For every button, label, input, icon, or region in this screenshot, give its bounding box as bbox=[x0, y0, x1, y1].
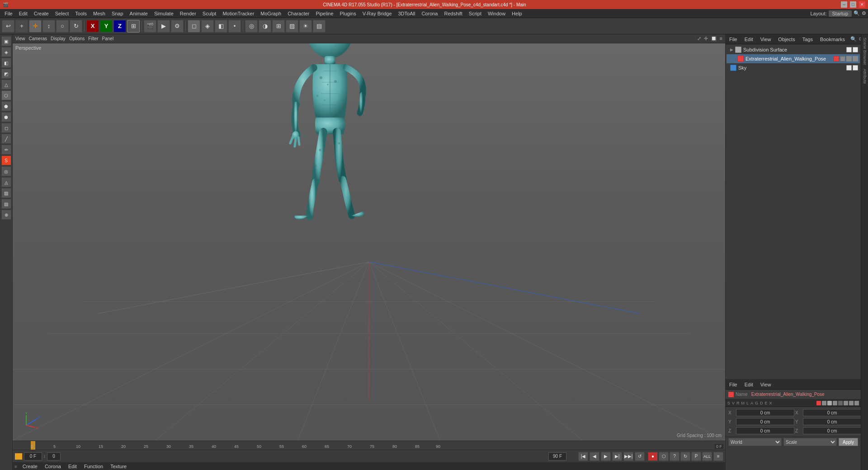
prev-frame-btn[interactable]: ◀ bbox=[590, 452, 599, 461]
obj-tag-1[interactable] bbox=[834, 56, 839, 61]
obj-tag-2[interactable] bbox=[840, 56, 845, 61]
record-btn[interactable]: ● bbox=[648, 452, 658, 461]
obj-sky-vis-1[interactable] bbox=[846, 65, 852, 70]
menu-render[interactable]: Render bbox=[177, 10, 199, 17]
timeline-menu-btn[interactable]: ≡ bbox=[713, 452, 723, 461]
obj-menu-bookmarks[interactable]: Bookmarks bbox=[818, 36, 847, 43]
left-btn-4[interactable]: ⬡ bbox=[1, 90, 11, 100]
menu-help[interactable]: Help bbox=[509, 10, 525, 17]
viewport-icon-1[interactable]: ⤢ bbox=[697, 36, 701, 42]
viewport-menu-options[interactable]: Options bbox=[69, 36, 85, 41]
display-mode-btn[interactable]: ◎ bbox=[245, 20, 258, 33]
viewport-menu-view[interactable]: View bbox=[15, 36, 25, 41]
left-btn-14[interactable]: ▤ bbox=[1, 199, 11, 209]
record-all-btn[interactable]: ALL bbox=[702, 452, 712, 461]
menu-snap[interactable]: Snap bbox=[109, 10, 126, 17]
viewport-menu-panel[interactable]: Panel bbox=[102, 36, 114, 41]
menu-mograph[interactable]: MoGraph bbox=[258, 10, 284, 17]
menu-simulate[interactable]: Simulate bbox=[151, 10, 176, 17]
side-tab-scene[interactable]: Scene Browser bbox=[862, 36, 868, 66]
all-axes-btn[interactable]: ⊞ bbox=[127, 20, 140, 33]
menu-create[interactable]: Create bbox=[31, 10, 52, 17]
go-end-btn[interactable]: ▶▶| bbox=[623, 452, 633, 461]
viewport-icon-3[interactable]: 🔲 bbox=[711, 36, 717, 42]
viewport-menu-filter[interactable]: Filter bbox=[88, 36, 98, 41]
viewport-icon-4[interactable]: ≡ bbox=[720, 36, 722, 42]
mat-menu-corona[interactable]: Corona bbox=[43, 463, 63, 470]
new-scene-button[interactable]: + bbox=[15, 20, 28, 33]
viewport-icon-2[interactable]: ✛ bbox=[704, 36, 708, 42]
obj-menu-file[interactable]: File bbox=[727, 36, 739, 43]
hud-btn[interactable]: ▤ bbox=[313, 20, 326, 33]
record-rot-btn[interactable]: ↻ bbox=[680, 452, 690, 461]
menu-script[interactable]: Script bbox=[466, 10, 484, 17]
left-btn-texture[interactable]: ◈ bbox=[1, 47, 11, 57]
point-mode-btn[interactable]: • bbox=[228, 20, 241, 33]
mat-menu-create[interactable]: Create bbox=[21, 463, 39, 470]
menu-corona[interactable]: Corona bbox=[419, 10, 440, 17]
minimize-button[interactable]: ─ bbox=[841, 1, 847, 8]
layout-search-icon[interactable]: 🔍 bbox=[854, 10, 860, 16]
obj-item-sky[interactable]: Sky bbox=[726, 63, 860, 72]
left-btn-7[interactable]: ◻ bbox=[1, 123, 11, 133]
render-settings-btn[interactable]: ⚙ bbox=[171, 20, 184, 33]
menu-pipeline[interactable]: Pipeline bbox=[313, 10, 336, 17]
select-tool-button[interactable]: ✛ bbox=[29, 20, 42, 33]
y-axis-btn[interactable]: Y bbox=[100, 20, 113, 33]
attr-menu-edit[interactable]: Edit bbox=[743, 381, 755, 388]
x-position-input[interactable] bbox=[736, 409, 794, 416]
object-mode-btn[interactable]: ◻ bbox=[188, 20, 200, 33]
obj-vis-btn-2[interactable] bbox=[853, 47, 858, 52]
obj-menu-edit[interactable]: Edit bbox=[743, 36, 755, 43]
left-btn-layer[interactable]: ◧ bbox=[1, 58, 11, 68]
menu-redshift[interactable]: Redshift bbox=[441, 10, 465, 17]
polygon-mode-btn[interactable]: ◈ bbox=[201, 20, 214, 33]
menu-file[interactable]: File bbox=[2, 10, 15, 17]
menu-select[interactable]: Select bbox=[52, 10, 72, 17]
y-rotation-input[interactable] bbox=[803, 418, 861, 425]
x-axis-btn[interactable]: X bbox=[86, 20, 99, 33]
grid-btn[interactable]: ⊞ bbox=[272, 20, 285, 33]
mat-menu-function[interactable]: Function bbox=[82, 463, 105, 470]
menu-vray[interactable]: V-Ray Bridge bbox=[360, 10, 395, 17]
lights-btn[interactable]: ☀ bbox=[299, 20, 312, 33]
left-btn-5[interactable]: ⬟ bbox=[1, 101, 11, 111]
apply-button[interactable]: Apply bbox=[839, 438, 858, 446]
obj-menu-tags[interactable]: Tags bbox=[801, 36, 815, 43]
left-btn-11[interactable]: ◎ bbox=[1, 166, 11, 176]
render-preview-btn[interactable]: 🎬 bbox=[144, 20, 156, 33]
z-axis-btn[interactable]: Z bbox=[113, 20, 126, 33]
close-button[interactable]: ✕ bbox=[859, 1, 865, 8]
record-user-btn[interactable]: P bbox=[691, 452, 701, 461]
obj-item-alien[interactable]: Extraterrestrial_Alien_Walking_Pose bbox=[726, 54, 860, 63]
viewport-menu-cameras[interactable]: Cameras bbox=[29, 36, 47, 41]
shading-btn[interactable]: ◑ bbox=[259, 20, 271, 33]
mat-menu-texture[interactable]: Texture bbox=[108, 463, 128, 470]
left-btn-10[interactable]: S bbox=[1, 155, 11, 165]
left-btn-8[interactable]: ╱ bbox=[1, 134, 11, 144]
left-btn-12[interactable]: ◬ bbox=[1, 177, 11, 187]
end-frame-input[interactable] bbox=[548, 452, 566, 461]
left-btn-6[interactable]: ⬢ bbox=[1, 112, 11, 122]
go-start-btn[interactable]: |◀ bbox=[578, 452, 588, 461]
left-btn-9[interactable]: ✏ bbox=[1, 145, 11, 155]
menu-motiontracker[interactable]: MotionTracker bbox=[220, 10, 257, 17]
obj-vis-4[interactable] bbox=[853, 56, 858, 61]
left-btn-2[interactable]: ◩ bbox=[1, 69, 11, 79]
left-btn-13[interactable]: ▨ bbox=[1, 188, 11, 198]
layout-value[interactable]: Startup bbox=[829, 10, 852, 17]
menu-3dtoall[interactable]: 3DToAll bbox=[396, 10, 418, 17]
z-position-input[interactable] bbox=[736, 427, 794, 434]
menu-animate[interactable]: Animate bbox=[127, 10, 151, 17]
obj-menu-objects[interactable]: Objects bbox=[776, 36, 797, 43]
menu-edit[interactable]: Edit bbox=[16, 10, 30, 17]
obj-vis-btn-1[interactable] bbox=[846, 47, 852, 52]
y-position-input[interactable] bbox=[736, 418, 794, 425]
left-btn-3[interactable]: △ bbox=[1, 80, 11, 89]
undo-button[interactable]: ↩ bbox=[2, 20, 14, 33]
menu-tools[interactable]: Tools bbox=[72, 10, 90, 17]
play-btn[interactable]: ▶ bbox=[601, 452, 611, 461]
loop-btn[interactable]: ↺ bbox=[635, 452, 645, 461]
left-btn-15[interactable]: ⊕ bbox=[1, 210, 11, 220]
move-tool-button[interactable]: ↕ bbox=[42, 20, 55, 33]
